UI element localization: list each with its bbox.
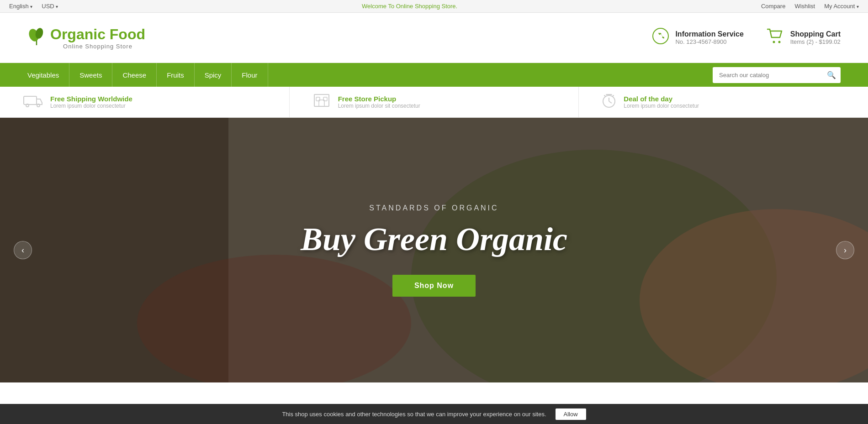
logo-icon <box>27 27 46 49</box>
logo-subtitle: Online Shopping Store <box>50 43 145 50</box>
nav-cheese[interactable]: Cheese <box>112 63 157 87</box>
logo[interactable]: Organic Food Online Shopping Store <box>27 26 145 50</box>
feature-shipping: Free Shipping Worldwide Lorem ipsum dolo… <box>0 87 290 117</box>
cart-text: Shopping Cart Items (2) - $199.02 <box>790 30 841 45</box>
compare-link[interactable]: Compare <box>761 3 785 10</box>
feature-pickup-title: Free Store Pickup <box>338 95 420 103</box>
cart-items: Items (2) - $199.02 <box>790 38 841 45</box>
nav-spicy[interactable]: Spicy <box>195 63 232 87</box>
hero-title: Buy Green Organic <box>301 220 567 258</box>
feature-deal-content: Deal of the day Lorem ipsum dolor consec… <box>624 95 699 109</box>
currency-selector[interactable]: USD ▾ <box>42 3 58 10</box>
truck-icon <box>23 93 43 111</box>
my-account-link[interactable]: My Account ▾ <box>824 3 859 10</box>
hero-subtitle: STANDARDS OF ORGANIC <box>301 204 567 212</box>
top-bar-left: English ▾ USD ▾ <box>9 3 58 10</box>
header: Organic Food Online Shopping Store Infor… <box>0 13 868 63</box>
info-label: Information Service <box>675 30 743 38</box>
svg-point-5 <box>778 41 780 43</box>
header-right: Information Service No. 123-4567-8900 Sh… <box>652 28 841 48</box>
clock-icon <box>602 93 616 111</box>
logo-text: Organic Food Online Shopping Store <box>50 26 145 50</box>
feature-shipping-desc: Lorem ipsum dolor consectetur <box>50 103 132 109</box>
svg-rect-6 <box>24 96 37 105</box>
language-selector[interactable]: English ▾ <box>9 3 32 10</box>
svg-rect-9 <box>314 94 329 106</box>
feature-shipping-title: Free Shipping Worldwide <box>50 95 132 103</box>
wishlist-link[interactable]: Wishlist <box>794 3 815 10</box>
search-button[interactable]: 🔍 <box>822 67 841 83</box>
feature-pickup-desc: Lorem ipsum dolor sit consectetur <box>338 103 420 109</box>
feature-deal-title: Deal of the day <box>624 95 699 103</box>
svg-point-7 <box>26 104 29 107</box>
logo-brand: Organic Food <box>50 26 145 43</box>
navbar: Vegitables Sweets Cheese Fruits Spicy Fl… <box>0 63 868 87</box>
shop-now-button[interactable]: Shop Now <box>392 275 476 297</box>
info-text: Information Service No. 123-4567-8900 <box>675 30 743 45</box>
svg-point-4 <box>773 41 775 43</box>
language-dropdown-arrow: ▾ <box>30 4 32 9</box>
nav-sweets[interactable]: Sweets <box>69 63 112 87</box>
nav-fruits[interactable]: Fruits <box>157 63 195 87</box>
cart-icon <box>767 28 784 47</box>
svg-point-3 <box>653 28 668 44</box>
info-service: Information Service No. 123-4567-8900 <box>652 28 743 48</box>
logo-organic: Organic <box>50 26 106 42</box>
svg-line-15 <box>609 101 612 103</box>
store-icon <box>312 93 331 111</box>
cart-section[interactable]: Shopping Cart Items (2) - $199.02 <box>767 28 841 47</box>
nav-flour[interactable]: Flour <box>232 63 268 87</box>
hero-content: STANDARDS OF ORGANIC Buy Green Organic S… <box>301 204 567 297</box>
feature-deal: Deal of the day Lorem ipsum dolor consec… <box>579 87 868 117</box>
svg-point-8 <box>37 104 40 107</box>
feature-deal-desc: Lorem ipsum dolor consectetur <box>624 103 699 109</box>
search-input[interactable] <box>713 68 822 82</box>
feature-shipping-content: Free Shipping Worldwide Lorem ipsum dolo… <box>50 95 132 109</box>
cart-label: Shopping Cart <box>790 30 841 38</box>
account-dropdown-arrow: ▾ <box>857 4 859 9</box>
feature-pickup-content: Free Store Pickup Lorem ipsum dolor sit … <box>338 95 420 109</box>
top-bar-right: Compare Wishlist My Account ▾ <box>761 3 859 10</box>
logo-food: Food <box>106 26 145 42</box>
nav-items: Vegitables Sweets Cheese Fruits Spicy Fl… <box>27 63 268 87</box>
info-number: No. 123-4567-8900 <box>675 38 743 45</box>
feature-pickup: Free Store Pickup Lorem ipsum dolor sit … <box>290 87 579 117</box>
phone-icon <box>652 28 669 48</box>
search-bar: 🔍 <box>713 67 841 83</box>
hero-prev-button[interactable]: ‹ <box>14 241 32 259</box>
nav-vegitables[interactable]: Vegitables <box>27 63 69 87</box>
welcome-message: Welcome To Online Shopping Store. <box>362 3 457 10</box>
welcome-link[interactable]: Online Shopping Store. <box>396 3 457 10</box>
hero-section: STANDARDS OF ORGANIC Buy Green Organic S… <box>0 118 868 382</box>
currency-dropdown-arrow: ▾ <box>56 4 58 9</box>
top-bar: English ▾ USD ▾ Welcome To Online Shoppi… <box>0 0 868 13</box>
feature-bar: Free Shipping Worldwide Lorem ipsum dolo… <box>0 87 868 118</box>
hero-next-button[interactable]: › <box>836 241 854 259</box>
